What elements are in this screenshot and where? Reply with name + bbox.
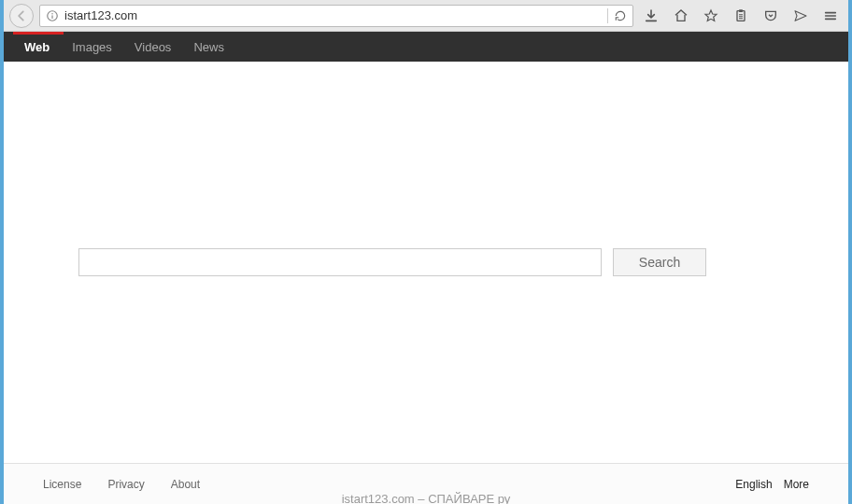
active-tab-indicator [13,32,64,35]
search-input[interactable] [78,248,602,276]
pocket-icon[interactable] [759,4,783,28]
downloads-icon[interactable] [639,4,663,28]
url-input[interactable] [64,8,604,22]
tab-web[interactable]: Web [24,40,50,54]
page-viewport: Web Images Videos News Search License Pr… [4,32,848,504]
tab-images[interactable]: Images [72,40,112,54]
tab-news[interactable]: News [193,40,224,54]
menu-icon[interactable] [818,4,843,28]
address-separator [607,8,608,23]
svg-rect-4 [739,9,743,12]
send-icon[interactable] [788,4,813,28]
reload-icon[interactable] [612,7,629,24]
svg-point-1 [51,12,53,14]
svg-rect-2 [51,15,52,19]
address-bar[interactable] [39,5,633,27]
svg-rect-3 [737,10,745,21]
home-icon[interactable] [669,4,693,28]
main-content: Search [4,62,848,463]
clipboard-icon[interactable] [729,4,753,28]
image-caption: istart123.com – СПАЙВАРЕ ру [4,486,848,504]
site-info-icon[interactable] [44,7,61,24]
search-button[interactable]: Search [613,248,706,276]
search-category-tabs: Web Images Videos News [4,32,848,62]
search-row: Search [78,248,706,276]
browser-toolbar [4,0,848,32]
tab-videos[interactable]: Videos [135,40,172,54]
bookmark-star-icon[interactable] [699,4,723,28]
back-button[interactable] [9,4,34,28]
